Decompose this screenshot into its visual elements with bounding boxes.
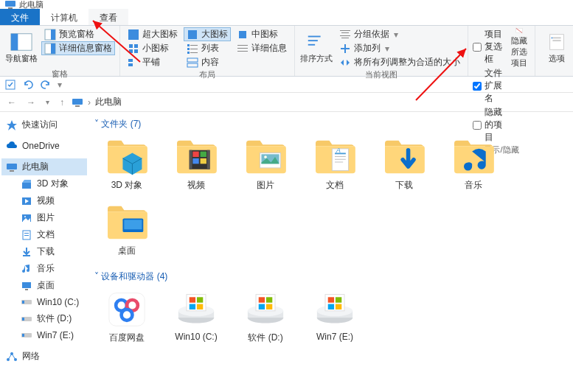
- chk-file-ext[interactable]: 文件扩展名: [473, 66, 505, 105]
- sidebar-this-pc[interactable]: 此电脑: [1, 158, 87, 175]
- svg-rect-16: [187, 44, 190, 46]
- sort-icon: [305, 32, 327, 52]
- options-button[interactable]: 选项: [540, 27, 573, 69]
- sidebar-item[interactable]: 桌面: [1, 277, 87, 294]
- section-folders[interactable]: ˅ 文件夹 (7): [94, 116, 567, 133]
- svg-rect-111: [328, 304, 334, 309]
- layout-xlarge[interactable]: 超大图标: [125, 27, 181, 41]
- svg-rect-109: [328, 297, 334, 302]
- svg-rect-110: [336, 297, 341, 302]
- drive-tile[interactable]: Win7 (E:): [302, 286, 367, 349]
- group-panes: 导航窗格 预览窗格 详细信息窗格 窗格: [0, 26, 120, 76]
- groupby-button[interactable]: 分组依据▾: [336, 27, 463, 41]
- folder-icon: [21, 195, 32, 207]
- svg-rect-40: [552, 37, 560, 38]
- sidebar-onedrive[interactable]: OneDrive: [1, 138, 87, 154]
- sidebar-item[interactable]: Win7 (E:): [1, 327, 87, 343]
- folder-icon: [21, 178, 32, 190]
- svg-rect-71: [201, 152, 206, 157]
- drive-tile[interactable]: 软件 (D:): [233, 286, 298, 349]
- sidebar-item[interactable]: 文档: [1, 226, 87, 243]
- folder-tile[interactable]: 图片: [233, 133, 298, 196]
- layout-list[interactable]: 列表: [184, 41, 231, 55]
- content-icon: [187, 57, 198, 69]
- nav-history[interactable]: ▾: [43, 98, 52, 106]
- content-pane: ˅ 文件夹 (7) 3D 对象视频图片A文档下载音乐桌面 ˅ 设备和驱动器 (4…: [88, 112, 573, 392]
- layout-content[interactable]: 内容: [184, 55, 231, 69]
- svg-rect-69: [207, 150, 210, 169]
- svg-rect-102: [266, 297, 272, 302]
- large-icon: [187, 29, 198, 41]
- sidebar-item[interactable]: 3D 对象: [1, 175, 87, 192]
- drive-tile[interactable]: Win10 (C:): [164, 286, 229, 349]
- addcol-button[interactable]: 添加列▾: [336, 41, 463, 55]
- nav-pane-button[interactable]: 导航窗格: [4, 27, 38, 69]
- preview-pane-button[interactable]: 预览窗格: [41, 27, 115, 41]
- chk-item-checkboxes[interactable]: 项目复选框: [473, 27, 505, 66]
- folder-icon: [451, 138, 496, 176]
- folder-tile[interactable]: A文档: [302, 133, 367, 196]
- folder-icon: [174, 138, 218, 176]
- svg-rect-101: [259, 297, 265, 302]
- sidebar-item[interactable]: 视频: [1, 192, 87, 209]
- layout-small[interactable]: 小图标: [125, 41, 181, 55]
- folder-tile[interactable]: 3D 对象: [94, 133, 159, 196]
- nav-fwd[interactable]: →: [24, 97, 38, 108]
- sidebar-item[interactable]: 下载: [1, 243, 87, 260]
- drive-tile[interactable]: 百度网盘: [94, 286, 159, 349]
- addcol-icon: [339, 43, 351, 55]
- group-current-view: 排序方式 分组依据▾ 添加列▾ 将所有列调整为合适的大小 当前视图: [295, 26, 468, 76]
- svg-point-42: [552, 37, 553, 38]
- qat-redo-icon[interactable]: [40, 79, 52, 91]
- section-drives[interactable]: ˅ 设备和驱动器 (4): [94, 269, 567, 286]
- qat-undo-icon[interactable]: [22, 79, 34, 91]
- folder-icon: [21, 296, 32, 308]
- svg-rect-15: [188, 30, 197, 39]
- sidebar-item[interactable]: 音乐: [1, 260, 87, 277]
- folder-tile[interactable]: 音乐: [441, 133, 506, 196]
- svg-rect-79: [335, 156, 346, 157]
- tab-view[interactable]: 查看: [88, 9, 128, 25]
- tab-computer[interactable]: 计算机: [40, 9, 88, 25]
- folder-icon: [105, 138, 149, 176]
- svg-rect-18: [187, 48, 190, 50]
- svg-rect-57: [25, 289, 28, 290]
- hide-selected-button[interactable]: 隐藏所选项目: [508, 27, 530, 69]
- qat-dropdown-icon[interactable]: ▾: [58, 80, 62, 90]
- layout-large[interactable]: 大图标: [184, 27, 231, 41]
- details-pane-button[interactable]: 详细信息窗格: [41, 41, 115, 55]
- svg-rect-0: [5, 1, 15, 7]
- preview-pane-icon: [44, 29, 56, 41]
- sidebar-quick-access[interactable]: 快速访问: [1, 116, 87, 133]
- layout-details[interactable]: 详细信息: [234, 41, 290, 55]
- sidebar-item[interactable]: 软件 (D:): [1, 310, 87, 327]
- fitcols-button[interactable]: 将所有列调整为合适的大小: [336, 55, 463, 69]
- tab-file[interactable]: 文件: [0, 9, 40, 25]
- svg-rect-14: [128, 63, 133, 66]
- svg-rect-29: [308, 40, 318, 41]
- svg-point-76: [264, 155, 267, 158]
- layout-tiles[interactable]: 平铺: [125, 55, 181, 69]
- breadcrumb-pc[interactable]: 此电脑: [95, 96, 122, 108]
- cloud-icon: [6, 140, 18, 152]
- folder-icon: [21, 212, 32, 224]
- folder-tile[interactable]: 桌面: [94, 199, 159, 262]
- sidebar-item[interactable]: 图片: [1, 209, 87, 226]
- nav-back[interactable]: ←: [4, 97, 19, 108]
- folder-icon: [21, 280, 32, 292]
- folder-tile[interactable]: 下载: [372, 133, 437, 196]
- folder-icon: [382, 138, 426, 176]
- details-pane-icon: [44, 43, 56, 55]
- qat-properties-icon[interactable]: [4, 79, 16, 91]
- folder-tile[interactable]: 视频: [164, 133, 229, 196]
- nav-pane-icon: [10, 32, 32, 52]
- sort-button[interactable]: 排序方式: [299, 27, 333, 69]
- svg-rect-28: [308, 35, 321, 37]
- sidebar-network[interactable]: 网络: [1, 348, 87, 365]
- svg-rect-39: [550, 34, 564, 49]
- drive-icon: [243, 290, 288, 329]
- folder-icon: [21, 229, 32, 241]
- sidebar-item[interactable]: Win10 (C:): [1, 294, 87, 310]
- layout-medium[interactable]: 中图标: [234, 27, 290, 41]
- nav-up[interactable]: ↑: [57, 97, 67, 108]
